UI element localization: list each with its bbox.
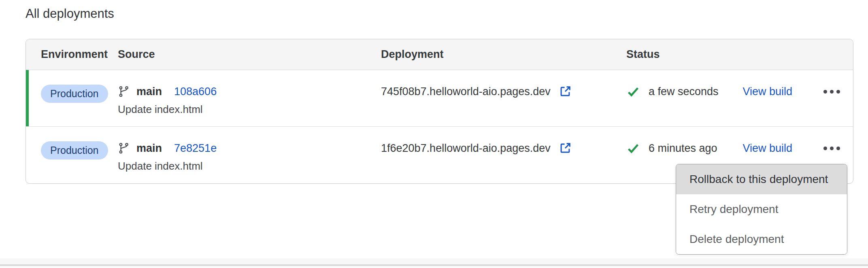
section-divider-band xyxy=(0,258,868,264)
section-divider-lower xyxy=(0,266,868,268)
column-header-status: Status xyxy=(626,48,853,61)
view-build-link[interactable]: View build xyxy=(742,142,792,155)
column-header-deployment: Deployment xyxy=(381,48,626,61)
deployment-actions-menu: Rollback to this deployment Retry deploy… xyxy=(676,164,847,255)
commit-link[interactable]: 7e8251e xyxy=(174,142,217,155)
ellipsis-icon[interactable] xyxy=(823,144,841,153)
environment-badge: Production xyxy=(41,141,108,160)
column-header-environment: Environment xyxy=(41,48,118,61)
branch-name: main xyxy=(136,85,162,98)
current-deployment-indicator xyxy=(26,70,29,126)
status-cell: a few seconds View build xyxy=(626,70,853,126)
menu-item-retry[interactable]: Retry deployment xyxy=(676,194,847,224)
external-link-icon[interactable] xyxy=(558,141,572,155)
ellipsis-icon[interactable] xyxy=(823,87,841,96)
check-icon xyxy=(626,141,640,155)
deployment-url: 1f6e20b7.helloworld-aio.pages.dev xyxy=(381,142,551,155)
commit-message: Update index.html xyxy=(118,159,381,173)
deployment-cell: 745f08b7.helloworld-aio.pages.dev xyxy=(381,70,626,126)
environment-cell: Production xyxy=(41,127,118,183)
page-title: All deployments xyxy=(26,6,114,21)
column-header-source: Source xyxy=(118,48,381,61)
menu-item-rollback[interactable]: Rollback to this deployment xyxy=(676,164,847,194)
environment-cell: Production xyxy=(41,70,118,126)
environment-badge: Production xyxy=(41,85,108,103)
deployments-table: Environment Source Deployment Status Pro… xyxy=(26,39,853,184)
check-icon xyxy=(626,85,640,98)
deployment-url: 745f08b7.helloworld-aio.pages.dev xyxy=(381,85,551,98)
status-time: a few seconds xyxy=(649,85,719,98)
table-header-row: Environment Source Deployment Status xyxy=(26,39,853,70)
source-cell: main 108a606 Update index.html xyxy=(118,70,381,126)
source-cell: main 7e8251e Update index.html xyxy=(118,127,381,183)
git-branch-icon xyxy=(118,142,130,154)
branch-name: main xyxy=(136,142,162,155)
menu-item-delete[interactable]: Delete deployment xyxy=(676,224,847,254)
view-build-link[interactable]: View build xyxy=(742,85,792,98)
commit-link[interactable]: 108a606 xyxy=(174,85,217,98)
table-row: Production main 108a606 Update index.htm… xyxy=(26,70,853,127)
commit-message: Update index.html xyxy=(118,102,381,117)
git-branch-icon xyxy=(118,85,130,98)
deployment-cell: 1f6e20b7.helloworld-aio.pages.dev xyxy=(381,127,626,183)
external-link-icon[interactable] xyxy=(558,85,572,98)
status-time: 6 minutes ago xyxy=(649,142,717,155)
